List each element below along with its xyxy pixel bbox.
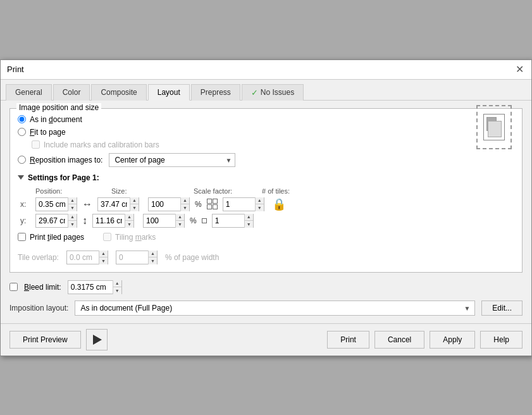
- imposition-dropdown-wrap: As in document (Full Page) 2-up 4-up ▼: [75, 300, 475, 316]
- tiling-section: Print tiled pages Tiling marks: [18, 233, 514, 245]
- cancel-button[interactable]: Cancel: [374, 331, 424, 349]
- height-input[interactable]: [93, 216, 125, 225]
- height-down[interactable]: ▼: [125, 221, 133, 228]
- pct-y-label: %: [190, 216, 197, 225]
- width-up[interactable]: ▲: [130, 197, 139, 204]
- y-position-arrows: ▲ ▼: [68, 214, 77, 228]
- tab-composite[interactable]: Composite: [91, 84, 146, 101]
- x-position-up[interactable]: ▲: [68, 197, 77, 204]
- tiles-icon-y: [202, 218, 207, 223]
- scale-y-spinbox: ▲ ▼: [143, 214, 185, 228]
- title-bar: Print ✕: [1, 60, 531, 80]
- help-button[interactable]: Help: [480, 331, 523, 349]
- height-up[interactable]: ▲: [125, 214, 133, 221]
- settings-section-title: Settings for Page 1:: [18, 173, 514, 182]
- x-position-arrows: ▲ ▼: [68, 197, 77, 211]
- scale-x-input[interactable]: [149, 200, 180, 209]
- tab-noissues[interactable]: ✓ No Issues: [242, 84, 304, 101]
- tab-color[interactable]: Color: [53, 84, 90, 101]
- scale-x-up[interactable]: ▲: [180, 197, 189, 204]
- x-position-spinbox: ▲ ▼: [35, 197, 77, 211]
- pct-x-label: %: [195, 200, 202, 209]
- bleed-row: Bleed limit: ▲ ▼: [9, 280, 523, 294]
- tiles-y-down[interactable]: ▼: [244, 221, 253, 228]
- pct-page-width-label: % of page width: [165, 253, 219, 262]
- play-button[interactable]: [86, 329, 108, 350]
- lock-icon: 🔒: [272, 197, 286, 211]
- tab-general[interactable]: General: [6, 84, 52, 101]
- tiling-marks-checkbox[interactable]: [103, 233, 111, 241]
- tile-overlap-input[interactable]: [67, 253, 99, 262]
- width-input[interactable]: [98, 200, 130, 209]
- print-tiled-row: Print tiled pages: [18, 233, 84, 242]
- radio-as-document-label: As in document: [30, 115, 82, 124]
- x-label: x:: [20, 200, 30, 209]
- tile-overlap-down[interactable]: ▼: [99, 257, 108, 264]
- y-position-up[interactable]: ▲: [68, 214, 77, 221]
- triangle-icon: [18, 175, 24, 180]
- tiles-x-down[interactable]: ▼: [255, 204, 264, 211]
- tiles-y-up[interactable]: ▲: [244, 214, 253, 221]
- tile-pct-up[interactable]: ▲: [148, 251, 157, 257]
- tiles-col-label: # of tiles:: [262, 187, 300, 195]
- size-col-label: Size:: [111, 187, 175, 195]
- radio-fit-page-label: Fit to page: [30, 128, 66, 137]
- scale-x-down[interactable]: ▼: [180, 204, 189, 211]
- x-position-down[interactable]: ▼: [68, 204, 77, 211]
- scale-y-down[interactable]: ▼: [175, 221, 184, 228]
- scale-y-up[interactable]: ▲: [175, 214, 184, 221]
- tab-bar: General Color Composite Layout Prepress …: [1, 80, 531, 101]
- radio-fit-page[interactable]: [18, 128, 26, 136]
- marks-checkbox-row: Include marks and calibration bars: [32, 140, 476, 149]
- tiling-marks-row: Tiling marks: [103, 233, 156, 242]
- tile-overlap-row: Tile overlap: ▲ ▼ ▲ ▼ % of page width: [18, 251, 514, 264]
- scale-y-input[interactable]: [144, 216, 175, 225]
- marks-checkbox[interactable]: [32, 140, 40, 149]
- y-position-down[interactable]: ▼: [68, 221, 77, 228]
- bleed-spinbox: ▲ ▼: [68, 280, 122, 294]
- reposition-dropdown[interactable]: Center of page Top left Top right Bottom…: [109, 153, 235, 167]
- tile-pct-input[interactable]: [116, 253, 148, 262]
- print-dialog: Print ✕ General Color Composite Layout P…: [0, 59, 532, 356]
- edit-button[interactable]: Edit...: [481, 300, 523, 316]
- width-down[interactable]: ▼: [130, 204, 139, 211]
- tile-overlap-arrows: ▲ ▼: [99, 251, 108, 264]
- print-preview-button[interactable]: Print Preview: [9, 331, 81, 349]
- x-position-input[interactable]: [36, 200, 68, 209]
- position-col-label: Position:: [35, 187, 92, 195]
- tile-overlap-label: Tile overlap:: [18, 253, 59, 262]
- reposition-row: Reposition images to: Center of page Top…: [18, 153, 514, 167]
- print-button[interactable]: Print: [327, 331, 369, 349]
- tab-prepress[interactable]: Prepress: [191, 84, 240, 101]
- radio-as-document-row: As in document: [18, 115, 476, 124]
- tab-layout[interactable]: Layout: [148, 84, 190, 101]
- tiles-x-arrows: ▲ ▼: [255, 197, 264, 211]
- tile-pct-down[interactable]: ▼: [148, 257, 157, 264]
- imposition-dropdown[interactable]: As in document (Full Page) 2-up 4-up: [75, 300, 475, 316]
- image-position-group: Image position and size As in document: [9, 108, 523, 273]
- close-button[interactable]: ✕: [514, 64, 525, 75]
- radio-as-document[interactable]: [18, 115, 26, 123]
- apply-button[interactable]: Apply: [430, 331, 475, 349]
- imposition-label: Imposition layout:: [9, 304, 68, 313]
- bleed-up[interactable]: ▲: [113, 280, 121, 287]
- print-tiled-checkbox[interactable]: [18, 233, 26, 241]
- tiles-x-up[interactable]: ▲: [255, 197, 264, 204]
- tiles-y-spinbox: ▲ ▼: [212, 214, 254, 228]
- horiz-arrows-icon: ↔: [82, 199, 92, 210]
- bleed-input[interactable]: [68, 283, 113, 292]
- tiles-y-input[interactable]: [213, 216, 244, 225]
- height-arrows: ▲ ▼: [125, 214, 133, 228]
- tiling-marks-label: Tiling marks: [115, 233, 156, 242]
- bleed-label: Bleed limit:: [24, 283, 61, 292]
- bleed-checkbox[interactable]: [9, 283, 18, 291]
- radio-reposition[interactable]: [18, 156, 26, 164]
- width-arrows: ▲ ▼: [130, 197, 139, 211]
- bleed-down[interactable]: ▼: [113, 287, 121, 294]
- tiles-x-input[interactable]: [223, 200, 255, 209]
- page-icon-inner: [483, 114, 505, 140]
- y-position-input[interactable]: [36, 216, 68, 225]
- settings-title-label: Settings for Page 1:: [28, 173, 99, 182]
- tile-overlap-up[interactable]: ▲: [99, 251, 108, 257]
- y-position-spinbox: ▲ ▼: [35, 214, 77, 228]
